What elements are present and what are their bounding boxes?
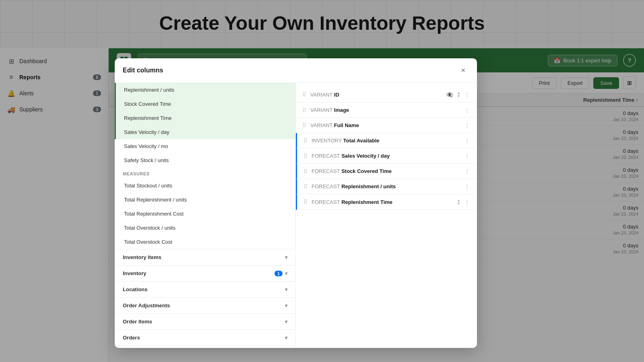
col-main-label: Image bbox=[334, 107, 349, 113]
col-main-label: Sales Velocity / day bbox=[341, 153, 390, 159]
group-item[interactable]: Inventory Items▾ bbox=[115, 249, 295, 265]
drag-handle[interactable]: ⠿ bbox=[303, 138, 308, 144]
group-item[interactable]: Inventory1▾ bbox=[115, 265, 295, 281]
col-row-actions: 👁‍🗨 ▲▼ ⋮ bbox=[446, 90, 471, 99]
group-item[interactable]: Product Tags▾ bbox=[115, 346, 295, 348]
drag-handle[interactable]: ⠿ bbox=[303, 199, 308, 205]
col-main-label: Full Name bbox=[334, 122, 359, 128]
col-prefix: FORECAST bbox=[312, 183, 341, 189]
right-col-row[interactable]: ⠿ VARIANT Full Name ⋮ bbox=[296, 118, 477, 133]
col-main-label: ID bbox=[334, 92, 339, 98]
right-col-row[interactable]: ⠿ FORECAST Sales Velocity / day ⋮ bbox=[296, 148, 477, 164]
more-options-icon[interactable]: ⋮ bbox=[464, 121, 471, 129]
modal-left-panel: Replenishment / unitsStock Covered TimeR… bbox=[115, 83, 296, 348]
group-label: Order Adjustments bbox=[123, 302, 170, 309]
modal-body: Replenishment / unitsStock Covered TimeR… bbox=[115, 83, 477, 348]
col-prefix: FORECAST bbox=[312, 153, 341, 159]
chevron-icon: ▾ bbox=[285, 271, 287, 276]
measure-col-item[interactable]: Total Overstock / units bbox=[115, 221, 295, 235]
col-row-actions: ⋮ bbox=[464, 106, 471, 114]
col-main-label: Replenishment Time bbox=[341, 199, 392, 205]
right-col-row[interactable]: ⠿ VARIANT ID 👁‍🗨 ▲▼ ⋮ bbox=[296, 87, 477, 103]
group-item[interactable]: Orders▾ bbox=[115, 329, 295, 346]
modal-close-button[interactable]: × bbox=[458, 65, 469, 76]
more-options-icon[interactable]: ⋮ bbox=[464, 198, 471, 206]
col-row-actions: ⋮ bbox=[464, 121, 471, 129]
col-main-label: Stock Covered Time bbox=[341, 168, 392, 174]
chevron-icon: ▾ bbox=[285, 287, 287, 292]
col-prefix: VARIANT bbox=[310, 107, 334, 113]
measure-col-item[interactable]: Total Stockout / units bbox=[115, 179, 295, 193]
hide-icon[interactable]: 👁‍🗨 bbox=[446, 91, 454, 99]
modal-title: Edit columns bbox=[123, 67, 163, 74]
chevron-icon: ▾ bbox=[285, 255, 287, 260]
group-label: Order Items bbox=[123, 319, 152, 325]
measure-col-item[interactable]: Total Replenishment / units bbox=[115, 193, 295, 207]
col-row-label: FORECAST Replenishment Time bbox=[312, 199, 452, 205]
col-prefix: VARIANT bbox=[310, 92, 334, 98]
more-options-icon[interactable]: ⋮ bbox=[464, 167, 471, 175]
group-item[interactable]: Locations▾ bbox=[115, 281, 295, 297]
more-options-icon[interactable]: ⋮ bbox=[464, 106, 471, 114]
group-item[interactable]: Order Items▾ bbox=[115, 313, 295, 329]
measures-label: MEASURES bbox=[115, 167, 295, 179]
highlighted-col-item[interactable]: Replenishment / units bbox=[115, 83, 295, 97]
drag-handle[interactable]: ⠿ bbox=[303, 183, 308, 190]
drag-handle[interactable]: ⠿ bbox=[302, 122, 306, 129]
modal-header: Edit columns × bbox=[115, 58, 477, 83]
col-row-label: FORECAST Replenishment / units bbox=[312, 183, 460, 189]
more-options-icon[interactable]: ⋮ bbox=[464, 152, 471, 160]
right-col-row[interactable]: ⠿ FORECAST Replenishment / units ⋮ bbox=[296, 179, 477, 194]
col-main-label: Total Available bbox=[343, 138, 380, 144]
col-prefix: FORECAST bbox=[312, 168, 341, 174]
highlighted-col-item[interactable]: Replenishment Time bbox=[115, 111, 295, 125]
drag-handle[interactable]: ⠿ bbox=[303, 153, 308, 159]
drag-handle[interactable]: ⠿ bbox=[302, 91, 306, 98]
col-item[interactable]: Sales Velocity / mo bbox=[115, 139, 295, 153]
highlighted-col-item[interactable]: Stock Covered Time bbox=[115, 97, 295, 111]
edit-columns-modal: Edit columns × Replenishment / unitsStoc… bbox=[115, 58, 477, 348]
chevron-icon: ▾ bbox=[285, 319, 287, 325]
right-col-row[interactable]: ⠿ VARIANT Image ⋮ bbox=[296, 103, 477, 118]
col-row-actions: ⋮ bbox=[464, 152, 471, 160]
sort-icon[interactable]: ▲▼ bbox=[456, 198, 461, 206]
col-prefix: FORECAST bbox=[312, 199, 341, 205]
col-row-actions: ▲▼ ⋮ bbox=[456, 198, 471, 206]
group-label: Locations bbox=[123, 286, 147, 292]
col-row-actions: ⋮ bbox=[464, 167, 471, 175]
col-row-label: FORECAST Stock Covered Time bbox=[312, 168, 460, 174]
group-item[interactable]: Order Adjustments▾ bbox=[115, 297, 295, 313]
col-row-label: FORECAST Sales Velocity / day bbox=[312, 153, 460, 159]
col-row-label: VARIANT Image bbox=[310, 107, 460, 113]
col-row-actions: ⋮ bbox=[464, 183, 471, 190]
more-options-icon[interactable]: ⋮ bbox=[464, 137, 471, 144]
right-col-row[interactable]: ⠿ FORECAST Replenishment Time ▲▼ ⋮ bbox=[296, 194, 477, 210]
more-options-icon[interactable]: ⋮ bbox=[464, 91, 471, 99]
col-row-label: INVENTORY Total Available bbox=[312, 138, 460, 144]
measure-col-item[interactable]: Total Replenishment Cost bbox=[115, 207, 295, 221]
drag-handle[interactable]: ⠿ bbox=[303, 168, 308, 175]
group-label: Inventory bbox=[123, 270, 147, 276]
sort-icon[interactable]: ▲▼ bbox=[456, 90, 461, 99]
chevron-icon: ▾ bbox=[285, 335, 287, 341]
col-row-label: VARIANT ID bbox=[310, 92, 442, 98]
group-badge: 1 bbox=[275, 271, 283, 276]
col-prefix: VARIANT bbox=[310, 122, 334, 128]
col-row-actions: ⋮ bbox=[464, 137, 471, 144]
highlighted-col-item[interactable]: Sales Velocity / day bbox=[115, 125, 295, 139]
drag-handle[interactable]: ⠿ bbox=[302, 107, 306, 113]
col-prefix: INVENTORY bbox=[312, 138, 343, 144]
chevron-icon: ▾ bbox=[285, 303, 287, 309]
col-row-label: VARIANT Full Name bbox=[310, 122, 460, 128]
col-item[interactable]: Safety Stock / units bbox=[115, 153, 295, 167]
group-label: Orders bbox=[123, 335, 140, 341]
right-col-row[interactable]: ⠿ INVENTORY Total Available ⋮ bbox=[296, 133, 477, 148]
more-options-icon[interactable]: ⋮ bbox=[464, 183, 471, 190]
group-label: Inventory Items bbox=[123, 254, 161, 260]
measure-col-item[interactable]: Total Overstock Cost bbox=[115, 235, 295, 249]
col-main-label: Replenishment / units bbox=[341, 183, 396, 189]
modal-right-panel: ⠿ VARIANT ID 👁‍🗨 ▲▼ ⋮ ⠿ VARIANT Image ⋮ … bbox=[296, 83, 477, 348]
right-col-row[interactable]: ⠿ FORECAST Stock Covered Time ⋮ bbox=[296, 164, 477, 179]
